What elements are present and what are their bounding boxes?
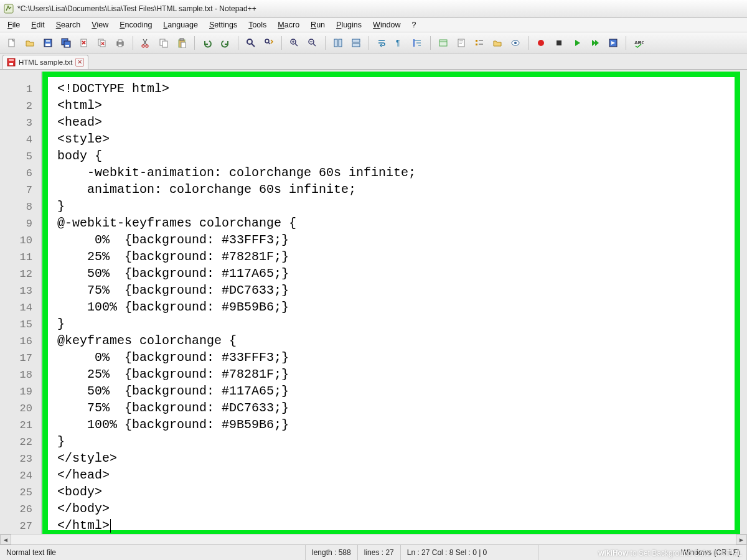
play-icon[interactable]	[569, 35, 585, 51]
code-line[interactable]: 20 75% {background: #DC7633;}	[0, 399, 747, 416]
monitor-icon[interactable]	[507, 35, 524, 51]
indent-guide-icon[interactable]	[410, 35, 426, 51]
code-line[interactable]: 1<!DOCTYPE html>	[0, 80, 747, 97]
code-line[interactable]: 18 25% {background: #78281F;}	[0, 366, 747, 383]
print-icon[interactable]	[112, 35, 128, 51]
code-line[interactable]: 24</head>	[0, 467, 747, 483]
code-text[interactable]: 25% {background: #78281F;}	[39, 366, 289, 383]
code-line[interactable]: 14 100% {background: #9B59B6;}	[0, 299, 747, 315]
lang-icon[interactable]	[435, 35, 451, 51]
save-all-icon[interactable]	[58, 35, 74, 51]
menu-plugins[interactable]: Plugins	[331, 19, 367, 30]
undo-icon[interactable]	[199, 35, 215, 51]
record-icon[interactable]	[533, 35, 549, 51]
menu-macro[interactable]: Macro	[273, 19, 304, 30]
code-text[interactable]: </html>	[39, 517, 111, 534]
code-line[interactable]: 21 100% {background: #9B59B6;}	[0, 416, 747, 433]
menu-encoding[interactable]: Encoding	[115, 19, 157, 30]
code-line[interactable]: 11 25% {background: #78281F;}	[0, 248, 747, 265]
code-line[interactable]: 6 -webkit-animation: colorchange 60s inf…	[0, 164, 747, 181]
code-text[interactable]: body {	[39, 147, 102, 164]
folder-icon[interactable]	[489, 35, 505, 51]
tab-close-icon[interactable]: ✕	[75, 58, 84, 67]
code-text[interactable]: }	[39, 433, 65, 450]
code-text[interactable]: </style>	[39, 450, 117, 467]
code-text[interactable]: 50% {background: #117A65;}	[39, 383, 289, 399]
code-text[interactable]: }	[39, 198, 65, 215]
menu-?[interactable]: ?	[407, 19, 421, 30]
code-line[interactable]: 9@-webkit-keyframes colorchange {	[0, 215, 747, 231]
zoom-in-icon[interactable]	[286, 35, 303, 51]
stop-icon[interactable]	[551, 35, 567, 51]
code-text[interactable]: 25% {background: #78281F;}	[39, 248, 289, 265]
menu-view[interactable]: View	[87, 19, 113, 30]
code-text[interactable]: 100% {background: #9B59B6;}	[39, 299, 289, 315]
paste-icon[interactable]	[174, 35, 190, 51]
scroll-right-icon[interactable]: ►	[736, 534, 747, 544]
code-line[interactable]: 16@keyframes colorchange {	[0, 332, 747, 349]
new-file-icon[interactable]	[4, 35, 20, 51]
menu-settings[interactable]: Settings	[204, 19, 242, 30]
menu-language[interactable]: Language	[158, 19, 203, 30]
sync-h-icon[interactable]	[348, 35, 364, 51]
menu-tools[interactable]: Tools	[243, 19, 271, 30]
spellcheck-icon[interactable]: ABC	[631, 35, 647, 51]
code-line[interactable]: 23</style>	[0, 450, 747, 467]
code-line[interactable]: 26</body>	[0, 500, 747, 517]
play-multi-icon[interactable]	[587, 35, 603, 51]
find-icon[interactable]	[243, 35, 259, 51]
scroll-left-icon[interactable]: ◄	[0, 534, 11, 544]
code-line[interactable]: 2<html>	[0, 97, 747, 114]
code-text[interactable]: 100% {background: #9B59B6;}	[39, 416, 289, 433]
code-lines[interactable]: 1<!DOCTYPE html>2<html>3<head>4<style>5b…	[0, 80, 747, 534]
close-icon[interactable]	[76, 35, 92, 51]
redo-icon[interactable]	[217, 35, 233, 51]
zoom-out-icon[interactable]	[304, 35, 321, 51]
code-line[interactable]: 10 0% {background: #33FFF3;}	[0, 231, 747, 248]
wrap-icon[interactable]	[374, 35, 390, 51]
sync-v-icon[interactable]	[330, 35, 346, 51]
code-text[interactable]: </head>	[39, 467, 110, 483]
code-text[interactable]: animation: colorchange 60s infinite;	[39, 181, 356, 198]
code-line[interactable]: 19 50% {background: #117A65;}	[0, 383, 747, 399]
copy-icon[interactable]	[156, 35, 172, 51]
code-line[interactable]: 7 animation: colorchange 60s infinite;	[0, 181, 747, 198]
code-text[interactable]: 75% {background: #DC7633;}	[39, 399, 289, 416]
code-line[interactable]: 3<head>	[0, 114, 747, 131]
code-line[interactable]: 22}	[0, 433, 747, 450]
tab-file[interactable]: HTML sample.txt ✕	[2, 55, 88, 69]
code-text[interactable]: -webkit-animation: colorchange 60s infin…	[39, 164, 416, 181]
doc-map-icon[interactable]	[453, 35, 469, 51]
code-line[interactable]: 17 0% {background: #33FFF3;}	[0, 349, 747, 366]
menu-window[interactable]: Window	[368, 19, 405, 30]
menu-edit[interactable]: Edit	[26, 19, 50, 30]
menu-search[interactable]: Search	[51, 19, 86, 30]
cut-icon[interactable]	[138, 35, 154, 51]
menu-file[interactable]: File	[2, 19, 25, 30]
close-all-icon[interactable]	[94, 35, 110, 51]
save-macro-icon[interactable]	[605, 35, 621, 51]
code-line[interactable]: 13 75% {background: #DC7633;}	[0, 282, 747, 299]
replace-icon[interactable]	[261, 35, 277, 51]
code-text[interactable]: 0% {background: #33FFF3;}	[39, 231, 289, 248]
invisible-icon[interactable]: ¶	[392, 35, 408, 51]
code-text[interactable]: 0% {background: #33FFF3;}	[39, 349, 289, 366]
code-text[interactable]: <html>	[39, 97, 102, 114]
code-line[interactable]: 5body {	[0, 147, 747, 164]
save-icon[interactable]	[40, 35, 56, 51]
code-text[interactable]: @keyframes colorchange {	[39, 332, 237, 349]
menu-run[interactable]: Run	[306, 19, 330, 30]
code-text[interactable]: <head>	[39, 114, 102, 131]
func-list-icon[interactable]	[471, 35, 487, 51]
code-line[interactable]: 4<style>	[0, 131, 747, 147]
code-text[interactable]: <!DOCTYPE html>	[39, 80, 169, 97]
code-text[interactable]: </body>	[39, 500, 110, 517]
code-line[interactable]: 8}	[0, 198, 747, 215]
code-text[interactable]: }	[39, 315, 65, 332]
code-text[interactable]: <style>	[39, 131, 110, 147]
code-line[interactable]: 25<body>	[0, 483, 747, 500]
code-text[interactable]: 50% {background: #117A65;}	[39, 265, 289, 282]
code-text[interactable]: @-webkit-keyframes colorchange {	[39, 215, 296, 231]
code-line[interactable]: 12 50% {background: #117A65;}	[0, 265, 747, 282]
code-text[interactable]: <body>	[39, 483, 102, 500]
